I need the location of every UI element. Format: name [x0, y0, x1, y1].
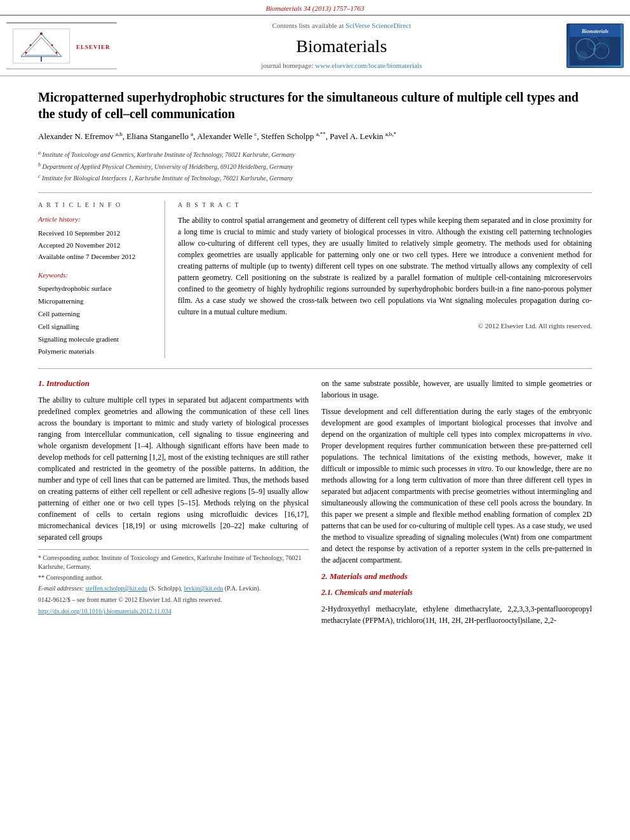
- copyright-line: © 2012 Elsevier Ltd. All rights reserved…: [178, 321, 592, 331]
- double-corresponding-footnote: ** Corresponding author.: [38, 573, 309, 582]
- svg-point-7: [25, 52, 27, 54]
- introduction-column: 1. Introduction The ability to culture m…: [38, 378, 309, 631]
- svg-text:Biomaterials: Biomaterials: [581, 29, 608, 34]
- journal-header-center: Contents lists available at SciVerse Sci…: [123, 21, 560, 70]
- svg-point-6: [51, 44, 53, 46]
- footnotes-area: * Corresponding author. Institute of Tox…: [38, 549, 309, 616]
- keyword-4: Cell signalling: [38, 321, 154, 333]
- elsevier-logo: ELSEVIER: [6, 22, 117, 69]
- keyword-3: Cell patterning: [38, 308, 154, 321]
- journal-citation: Biomaterials 34 (2013) 1757–1763: [0, 0, 630, 15]
- affiliations: a Institute of Toxicology and Genetics, …: [38, 149, 592, 183]
- body-content: 1. Introduction The ability to culture m…: [38, 368, 592, 631]
- keyword-1: Superhydrophobic surface: [38, 283, 154, 295]
- svg-point-4: [40, 32, 43, 35]
- materials-methods-title: 2. Materials and methods: [321, 571, 592, 582]
- journal-name: Biomaterials: [123, 34, 560, 58]
- keywords-list: Superhydrophobic surface Micropatterning…: [38, 283, 154, 358]
- svg-point-5: [29, 44, 31, 46]
- received-date: Received 10 September 2012: [38, 227, 154, 239]
- journal-header: ELSEVIER Contents lists available at Sci…: [0, 15, 630, 76]
- abstract-heading: A B S T R A C T: [178, 201, 592, 210]
- accepted-date: Accepted 20 November 2012: [38, 239, 154, 251]
- abstract-text: The ability to control spatial arrangeme…: [178, 215, 592, 317]
- article-info-column: A R T I C L E I N F O Article history: R…: [38, 201, 165, 358]
- doi-line: http://dx.doi.org/10.1016/j.biomaterials…: [38, 607, 309, 616]
- sciverse-line: Contents lists available at SciVerse Sci…: [123, 21, 560, 30]
- history-heading: Article history:: [38, 215, 154, 224]
- biomaterials-logo-box: Biomaterials: [566, 23, 624, 68]
- issn-line: 0142-9612/$ – see front matter © 2012 El…: [38, 596, 309, 604]
- doi-link[interactable]: http://dx.doi.org/10.1016/j.biomaterials…: [38, 608, 171, 615]
- corresponding-footnote: * Corresponding author. Institute of Tox…: [38, 554, 309, 571]
- available-date: Available online 7 December 2012: [38, 251, 154, 263]
- keywords-heading: Keywords:: [38, 270, 154, 280]
- elsevier-name-label: ELSEVIER: [76, 43, 111, 51]
- intro-continuation: on the same substrate possible, however,…: [321, 378, 592, 566]
- email-footnote: E-mail addresses: steffen.scholpp@kit.ed…: [38, 584, 309, 593]
- right-column: on the same substrate possible, however,…: [321, 378, 592, 631]
- svg-point-15: [599, 37, 610, 49]
- svg-point-8: [55, 52, 57, 54]
- keyword-2: Micropatterning: [38, 295, 154, 308]
- email-scholpp[interactable]: steffen.scholpp@kit.edu: [86, 585, 147, 592]
- article-info-heading: A R T I C L E I N F O: [38, 201, 154, 210]
- keyword-5: Signalling molecule gradient: [38, 333, 154, 346]
- email-levkin[interactable]: levkin@kit.edu: [184, 585, 223, 592]
- abstract-column: A B S T R A C T The ability to control s…: [178, 201, 592, 358]
- introduction-title: 1. Introduction: [38, 378, 309, 389]
- article-info-abstract-section: A R T I C L E I N F O Article history: R…: [38, 192, 592, 358]
- article-title: Micropatterned superhydrophobic structur…: [38, 89, 592, 122]
- keyword-6: Polymeric materials: [38, 345, 154, 358]
- chemicals-materials-subtitle: 2.1. Chemicals and materials: [321, 587, 592, 598]
- introduction-text: The ability to culture multiple cell typ…: [38, 394, 309, 543]
- sciverse-link[interactable]: SciVerse ScienceDirect: [345, 22, 411, 29]
- chemicals-text: 2-Hydroxyethyl methacrylate, ethylene di…: [321, 603, 592, 626]
- homepage-link[interactable]: www.elsevier.com/locate/biomaterials: [315, 62, 422, 69]
- article-content: Micropatterned superhydrophobic structur…: [0, 76, 630, 644]
- journal-homepage: journal homepage: www.elsevier.com/locat…: [123, 61, 560, 70]
- article-authors: Alexander N. Efremov a,b, Eliana Stangan…: [38, 130, 592, 143]
- svg-point-14: [577, 51, 587, 61]
